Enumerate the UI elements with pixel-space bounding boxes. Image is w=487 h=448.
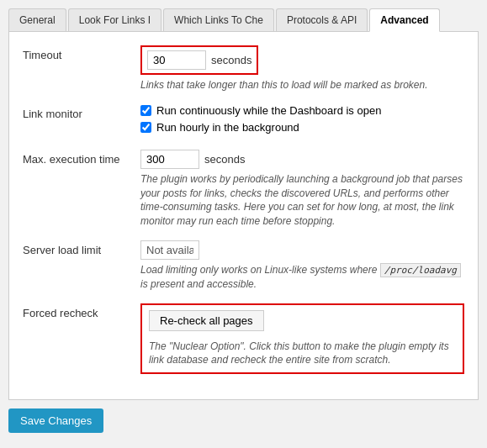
link-monitor-checkbox1[interactable] (140, 105, 151, 116)
timeout-row: Timeout seconds Links that take longer t… (23, 45, 464, 92)
link-monitor-content: Run continuously while the Dashboard is … (140, 104, 464, 138)
max-execution-unit: seconds (204, 153, 245, 166)
timeout-input[interactable] (147, 50, 206, 70)
server-load-hint: Load limiting only works on Linux-like s… (140, 263, 464, 292)
timeout-label: Timeout (23, 45, 140, 61)
max-execution-input[interactable] (140, 150, 199, 169)
save-changes-button[interactable]: Save Changes (8, 408, 103, 433)
tab-protocols-api[interactable]: Protocols & API (276, 8, 368, 31)
tab-advanced[interactable]: Advanced (369, 8, 439, 32)
tab-look-for-links[interactable]: Look For Links I (68, 8, 161, 31)
server-load-hint-pre: Load limiting only works on Linux-like s… (140, 264, 380, 276)
server-load-input[interactable] (140, 240, 199, 260)
forced-recheck-row: Forced recheck Re-check all pages The "N… (23, 303, 464, 375)
server-load-content: Load limiting only works on Linux-like s… (140, 240, 464, 292)
forced-recheck-hint: The "Nuclear Option". Click this button … (149, 340, 456, 368)
max-execution-inline: seconds (140, 150, 464, 169)
timeout-hint: Links that take longer than this to load… (140, 78, 464, 92)
timeout-highlight: seconds (140, 45, 258, 75)
link-monitor-checkbox2[interactable] (140, 122, 151, 133)
server-load-row: Server load limit Load limiting only wor… (23, 240, 464, 292)
link-monitor-cb1-label: Run continuously while the Dashboard is … (156, 104, 381, 117)
timeout-content: seconds Links that take longer than this… (140, 45, 464, 92)
link-monitor-cb2-row: Run hourly in the background (140, 121, 464, 134)
max-execution-content: seconds The plugin works by periodically… (140, 150, 464, 229)
link-monitor-row: Link monitor Run continuously while the … (23, 104, 464, 138)
server-load-hint-post: is present and accessible. (140, 278, 257, 290)
server-load-hint-code: /proc/loadavg (380, 263, 461, 277)
tab-bar: General Look For Links I Which Links To … (8, 8, 479, 32)
link-monitor-cb2-label: Run hourly in the background (156, 121, 299, 134)
tab-general[interactable]: General (8, 8, 66, 31)
server-load-label: Server load limit (23, 240, 140, 256)
link-monitor-cb1-row: Run continuously while the Dashboard is … (140, 104, 464, 117)
max-execution-label: Max. execution time (23, 150, 140, 166)
max-execution-hint: The plugin works by periodically launchi… (140, 172, 464, 229)
forced-recheck-content: Re-check all pages The "Nuclear Option".… (140, 303, 464, 375)
tab-which-links[interactable]: Which Links To Che (163, 8, 274, 31)
advanced-panel: Timeout seconds Links that take longer t… (8, 32, 479, 400)
link-monitor-label: Link monitor (23, 104, 140, 120)
timeout-inline: seconds (147, 50, 251, 70)
forced-recheck-label: Forced recheck (23, 303, 140, 319)
forced-recheck-highlight: Re-check all pages The "Nuclear Option".… (140, 303, 464, 375)
timeout-unit: seconds (211, 54, 251, 66)
save-section: Save Changes (8, 400, 479, 433)
recheck-all-pages-button[interactable]: Re-check all pages (149, 310, 264, 331)
max-execution-row: Max. execution time seconds The plugin w… (23, 150, 464, 229)
